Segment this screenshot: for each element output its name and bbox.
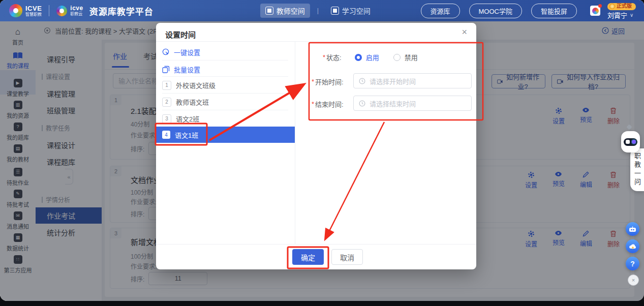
app-window: ICVE 智慧职教 icve 职教云 资源库教学平台 教师空间 | 学习空间 资…	[0, 0, 644, 306]
radio-enable-label[interactable]: 启用	[366, 52, 379, 62]
learning-space-icon	[331, 7, 339, 15]
dialog-title: 设置时间	[165, 29, 196, 40]
mini-robot-icon	[629, 226, 636, 232]
version-badge: 正式版	[607, 3, 636, 10]
nav-teacher-space-label: 教师空间	[277, 6, 305, 16]
chat-assistant-button[interactable]	[626, 222, 639, 236]
chevron-down-icon: ∨	[630, 13, 633, 18]
assistant-pill[interactable]: 职教一问	[630, 148, 644, 191]
zjy-logo-text: icve 职教云	[70, 5, 83, 16]
robot-visor	[624, 138, 637, 146]
header-pills: 资源库 MOOC学院 智能投屏	[421, 4, 577, 18]
smart-cast-button[interactable]: 智能投屏	[531, 4, 577, 18]
close-icon[interactable]: ×	[462, 27, 467, 38]
logo-brand-2: icve	[70, 5, 83, 11]
logo-sub-2: 职教云	[70, 12, 83, 16]
end-time-placeholder: 请选择结束时间	[370, 99, 416, 108]
assistant-robot-icon[interactable]	[621, 131, 640, 152]
app-header: ICVE 智慧职教 icve 职教云 资源库教学平台 教师空间 | 学习空间 资…	[0, 0, 644, 21]
class-item-3[interactable]: 3 语文2班	[162, 114, 199, 124]
nav-separator: |	[317, 7, 319, 14]
set-time-dialog: 设置时间 × 一键设置 批量设置 1 外校语文班级 2 教师语文班 3 语文2班	[156, 23, 476, 269]
start-time-input[interactable]: 请选择开始时间	[353, 73, 472, 88]
start-time-row: * 开始时间:	[312, 77, 344, 86]
medal-icon	[609, 4, 615, 9]
class-label: 语文2班	[176, 114, 199, 124]
screen: ICVE 智慧职教 icve 职教云 资源库教学平台 教师空间 | 学习空间 资…	[0, 0, 644, 301]
class-label: 外校语文班级	[176, 80, 216, 90]
batch-icon	[162, 66, 170, 73]
required-mark: *	[323, 53, 325, 61]
robot-eye-right	[632, 140, 636, 144]
clock-icon	[359, 100, 365, 107]
username: 刘霄宁	[607, 12, 627, 19]
class-number-badge: 4	[162, 131, 170, 139]
confirm-button[interactable]: 确定	[292, 249, 324, 265]
start-time-placeholder: 请选择开始时间	[370, 76, 416, 86]
icve-logo-icon	[9, 4, 22, 17]
resource-library-button[interactable]: 资源库	[421, 4, 460, 18]
end-time-input[interactable]: 请选择结束时间	[353, 96, 472, 111]
user-box: 正式版 刘霄宁 ∨	[607, 3, 636, 19]
class-item-1[interactable]: 1 外校语文班级	[162, 80, 216, 90]
help-button[interactable]: ?	[626, 257, 639, 270]
app-shortcut-icon[interactable]	[590, 6, 600, 16]
radio-enable[interactable]	[355, 54, 362, 61]
radio-disable[interactable]	[393, 54, 401, 61]
class-number-badge: 2	[162, 98, 171, 107]
class-item-2[interactable]: 2 教师语文班	[162, 97, 209, 107]
clock-icon	[359, 78, 365, 84]
logo-sub: 智慧职教	[25, 13, 42, 17]
cloud-icon	[629, 243, 637, 250]
one-key-setting-label: 一键设置	[174, 47, 200, 57]
batch-setting-label: 批量设置	[174, 65, 200, 74]
widget-close-button[interactable]: ×	[628, 274, 639, 286]
end-time-row: * 结束时间:	[312, 99, 344, 109]
zjy-logo-icon	[56, 6, 67, 16]
nav-teacher-space[interactable]: 教师空间	[260, 4, 310, 18]
list-separator	[162, 110, 288, 110]
assistant-label: 职教一问	[632, 152, 642, 187]
batch-setting-item[interactable]: 批量设置	[162, 65, 200, 74]
status-label: 状态:	[326, 52, 342, 62]
panel-divider	[295, 42, 295, 244]
required-mark: *	[312, 100, 314, 108]
version-badge-label: 正式版	[617, 4, 632, 9]
notification-dot	[598, 4, 602, 8]
class-number-badge: 1	[162, 81, 171, 90]
header-nav: 教师空间 | 学习空间	[260, 4, 376, 18]
footer-divider	[156, 244, 476, 244]
one-key-setting-item[interactable]: 一键设置	[162, 47, 200, 57]
logo-divider	[49, 5, 49, 16]
list-separator	[162, 93, 288, 94]
icve-logo-text: ICVE 智慧职教	[25, 5, 42, 17]
cancel-button[interactable]: 取消	[331, 249, 363, 265]
radio-disable-label[interactable]: 禁用	[405, 52, 418, 62]
end-time-label: 结束时间:	[315, 99, 344, 109]
status-row: * 状态: 启用 禁用	[323, 52, 418, 62]
robot-eye-left	[626, 140, 630, 144]
nav-learning-space[interactable]: 学习空间	[326, 4, 376, 18]
class-item-4-selected[interactable]: 4 语文1班	[156, 127, 295, 143]
close-icon: ×	[632, 277, 635, 283]
user-menu[interactable]: 刘霄宁 ∨	[607, 12, 633, 19]
one-key-icon	[162, 48, 170, 56]
teacher-space-icon	[265, 7, 273, 15]
class-label: 教师语文班	[176, 97, 209, 107]
start-time-label: 开始时间:	[315, 77, 344, 86]
dialog-divider	[156, 41, 476, 42]
class-number-badge: 3	[162, 114, 171, 124]
logo-brand: ICVE	[25, 5, 42, 12]
mooc-college-button[interactable]: MOOC学院	[469, 4, 522, 18]
cloud-download-button[interactable]	[626, 239, 639, 253]
list-separator	[162, 76, 288, 77]
platform-title: 资源库教学平台	[89, 5, 154, 17]
required-mark: *	[312, 78, 314, 85]
list-separator	[162, 60, 288, 60]
nav-learning-space-label: 学习空间	[342, 6, 371, 16]
class-label: 语文1班	[175, 130, 198, 140]
mini-swirl-icon	[592, 8, 599, 14]
question-mark-icon: ?	[630, 260, 635, 268]
